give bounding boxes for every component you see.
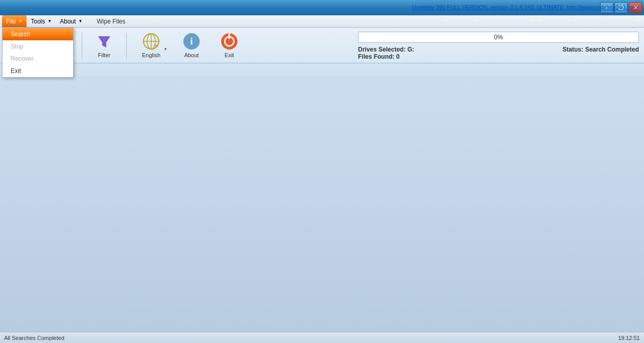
svg-marker-5	[98, 36, 110, 47]
exit-button[interactable]: Exit	[211, 30, 247, 61]
dropdown-recover: Recover	[3, 53, 73, 65]
toolbar-separator-2	[126, 33, 127, 58]
drives-value: G:	[408, 46, 414, 53]
main-content	[0, 76, 644, 332]
about-menu-label: About	[60, 18, 76, 25]
status-value: Search Completed	[585, 46, 639, 53]
file-menu-label: File	[6, 18, 16, 25]
menu-bar: File ▼ Search Stop Recover Exit Tools ▼ …	[0, 15, 644, 28]
file-menu-arrow: ▼	[18, 19, 22, 23]
dropdown-search[interactable]: Search	[3, 28, 73, 40]
svg-text:i: i	[190, 36, 193, 46]
about-menu-arrow: ▼	[79, 19, 83, 23]
file-dropdown: Search Stop Recover Exit	[2, 28, 74, 78]
files-value: 0	[396, 53, 400, 60]
dropdown-stop: Stop	[3, 40, 73, 53]
about-icon: i	[182, 32, 201, 51]
status-label: Status:	[563, 46, 584, 53]
tools-menu-label: Tools	[31, 18, 45, 25]
filter-icon	[95, 32, 113, 51]
dropdown-exit[interactable]: Exit	[3, 65, 73, 77]
language-dropdown-arrow: ▼	[163, 47, 168, 52]
language-button[interactable]: English ▼	[131, 30, 172, 61]
language-label: English	[142, 52, 160, 58]
progress-bar: 0%	[358, 32, 639, 43]
toolbar-separator-1	[82, 33, 82, 58]
file-menu[interactable]: File ▼ Search Stop Recover Exit	[2, 15, 27, 27]
version-link[interactable]: Undelete 360 FULL VERSION, version 3.1.4…	[412, 4, 639, 10]
filter-button[interactable]: Filter	[86, 30, 122, 61]
status-row: Drives Selected: G: Files Found: 0 Statu…	[358, 46, 639, 60]
status-info: Status: Search Completed	[563, 46, 639, 53]
statusbar-time: 19:12:51	[618, 335, 640, 341]
about-menu[interactable]: About ▼	[56, 15, 86, 27]
exit-icon	[220, 32, 238, 51]
tools-menu-arrow: ▼	[47, 19, 52, 23]
exit-label: Exit	[225, 52, 234, 58]
language-icon	[142, 32, 160, 51]
about-label: About	[184, 52, 199, 58]
about-button[interactable]: i About	[174, 30, 209, 61]
drives-info: Drives Selected: G: Files Found: 0	[358, 46, 414, 60]
statusbar-message: All Searches Completed	[4, 335, 64, 341]
wipe-files-label: Wipe Files	[97, 18, 125, 25]
progress-percent: 0%	[494, 34, 503, 41]
right-panel: 0% Drives Selected: G: Files Found: 0 St…	[353, 28, 644, 64]
drives-label: Drives Selected:	[358, 46, 406, 53]
files-label: Files Found:	[358, 53, 394, 60]
filter-label: Filter	[98, 52, 110, 58]
status-bar: All Searches Completed 19:12:51	[0, 332, 644, 343]
tools-menu[interactable]: Tools ▼	[27, 15, 56, 27]
